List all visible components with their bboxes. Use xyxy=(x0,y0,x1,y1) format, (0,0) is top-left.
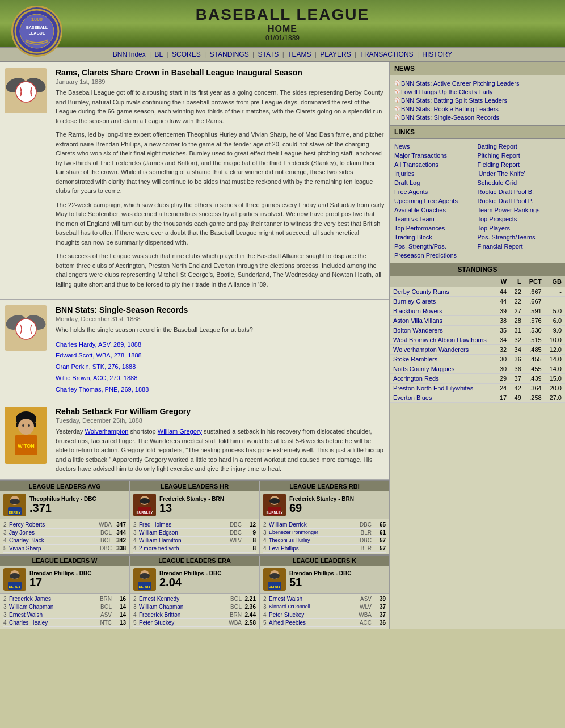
news-item-rookie-batting[interactable]: BNN Stats: Rookie Batting Leaders xyxy=(394,106,560,112)
article-1-date: January 1st, 1889 xyxy=(56,78,385,85)
svg-text:1888: 1888 xyxy=(31,16,43,22)
nav-history[interactable]: HISTORY xyxy=(422,51,452,58)
link-schedule-grid[interactable]: Schedule Grid xyxy=(478,178,561,187)
standings-gb: 10.0 xyxy=(545,335,565,345)
standings-pct: .667 xyxy=(525,287,545,297)
leaders-rbi-stat: 69 xyxy=(289,502,386,514)
link-upcoming-free-agents[interactable]: Upcoming Free Agents xyxy=(394,196,478,205)
svg-point-48 xyxy=(269,573,280,579)
link-available-coaches[interactable]: Available Coaches xyxy=(394,205,478,214)
nav-standings[interactable]: STANDINGS xyxy=(210,51,249,58)
standings-team: Burnley Clarets xyxy=(390,297,496,306)
list-item: 3Jay JonesBOL344 xyxy=(3,529,126,537)
link-team-power-rankings[interactable]: Team Power Rankings xyxy=(478,205,561,214)
link-top-players[interactable]: Top Players xyxy=(478,224,561,233)
standings-pct: .591 xyxy=(525,306,545,316)
leaders-avg-box: LEAGUE LEADERS AVG DERBY Theophilus Hurl… xyxy=(0,481,130,554)
standings-l: 32 xyxy=(510,335,525,345)
leaders-era-top: DERBY Brendan Phillips - DBC 2.04 xyxy=(130,566,259,594)
news-item-single-season[interactable]: BNN Stats: Single-Season Records xyxy=(394,114,560,121)
leaders-w-stat: 17 xyxy=(29,576,126,588)
link-rookie-draft-p[interactable]: Rookie Draft Pool P. xyxy=(478,196,561,205)
nav-players[interactable]: PLAYERS xyxy=(320,51,351,58)
standings-col-l: L xyxy=(510,276,525,287)
nav-teams[interactable]: TEAMS xyxy=(288,51,311,58)
leaders-w-name: Brendan Phillips - DBC xyxy=(29,570,126,576)
link-rookie-draft-b[interactable]: Rookie Draft Pool B. xyxy=(478,187,561,196)
news-item-batting-split[interactable]: BNN Stats: Batting Split Stats Leaders xyxy=(394,97,560,104)
sidebar: NEWS BNN Stats: Active Career Pitching L… xyxy=(389,62,565,629)
standings-w: 34 xyxy=(496,335,511,345)
standings-team: Notts County Magpies xyxy=(390,364,496,374)
leaders-rbi-photo: BURNLEY xyxy=(263,494,286,516)
nav-scores[interactable]: SCORES xyxy=(172,51,201,58)
link-preseason-predictions[interactable]: Preseason Predictions xyxy=(394,251,478,260)
nav-transactions[interactable]: TRANSACTIONS xyxy=(360,51,414,58)
leaders-avg-stat: .371 xyxy=(29,502,126,514)
leaders-era-header: LEAGUE LEADERS ERA xyxy=(130,556,259,566)
list-item: 4Frederick BrittonBRN2.44 xyxy=(133,611,256,619)
leaders-rbi-name: Frederick Stanley - BRN xyxy=(289,496,386,502)
leaders-w-top: DERBY Brendan Phillips - DBC 17 xyxy=(0,566,129,594)
link-top-performances[interactable]: Top Performances xyxy=(394,224,478,233)
link-pos-strength-teams[interactable]: Pos. Strength/Teams xyxy=(478,233,561,242)
news-item-lovell[interactable]: Lovell Hangs Up the Cleats Early xyxy=(394,89,560,95)
link-major-transactions[interactable]: Major Transactions xyxy=(394,151,478,160)
leaders-rbi-list: 2William DerrickDBC65 3Ebenezer Ironmong… xyxy=(260,519,389,554)
standings-pct: .364 xyxy=(525,384,545,393)
list-item: 2Ernest WalshASV39 xyxy=(263,595,386,603)
link-team-vs-team[interactable]: Team vs Team xyxy=(394,214,478,224)
standings-w: 29 xyxy=(496,374,511,384)
leaders-k-photo: DERBY xyxy=(263,568,286,591)
link-fielding-report[interactable]: Fielding Report xyxy=(478,160,561,169)
link-trading-block[interactable]: Trading Block xyxy=(394,233,478,242)
list-item: 5Peter StuckeyWBA2.58 xyxy=(133,619,256,627)
link-batting-report[interactable]: Batting Report xyxy=(478,142,561,151)
standings-l: 22 xyxy=(510,287,525,297)
standings-row: Burnley Clarets 44 22 .667 - xyxy=(390,297,565,306)
link-pitching-report[interactable]: Pitching Report xyxy=(478,151,561,160)
link-financial-report[interactable]: Financial Report xyxy=(478,242,561,251)
list-item: 5Alfred PeeblesACC36 xyxy=(263,619,386,627)
link-under-knife[interactable]: 'Under The Knife' xyxy=(478,169,561,178)
standings-w: 17 xyxy=(496,393,511,403)
news-item-pitching[interactable]: BNN Stats: Active Career Pitching Leader… xyxy=(394,80,560,87)
standings-w: 38 xyxy=(496,316,511,326)
list-item: 3Kinnard O'DonnellWLV37 xyxy=(263,603,386,611)
standings-team: Wolverhampton Wanderers xyxy=(390,345,496,355)
standings-gb: - xyxy=(545,297,565,306)
list-item: 3Ernest WalshASV14 xyxy=(3,611,126,619)
standings-col-w: W xyxy=(496,276,511,287)
list-item: 2Frederick JamesBRN16 xyxy=(3,595,126,603)
standings-row: Everton Blues 17 49 .258 27.0 xyxy=(390,393,565,403)
link-pos-strength-pos[interactable]: Pos. Strength/Pos. xyxy=(394,242,478,251)
standings-row: Bolton Wanderers 35 31 .530 9.0 xyxy=(390,326,565,335)
list-item: 3Ebenezer IronmongerBLR61 xyxy=(263,529,386,537)
nav-bnn-index[interactable]: BNN Index xyxy=(113,51,146,58)
standings-row: Notts County Magpies 30 36 .455 14.0 xyxy=(390,364,565,374)
link-news[interactable]: News xyxy=(394,142,478,151)
nav-bl[interactable]: BL xyxy=(155,51,163,58)
link-draft-log[interactable]: Draft Log xyxy=(394,178,478,187)
svg-point-33 xyxy=(269,498,280,504)
leaders-rbi-header: LEAGUE LEADERS RBI xyxy=(260,481,389,491)
svg-text:LEAGUE: LEAGUE xyxy=(28,31,45,35)
standings-l: 36 xyxy=(510,364,525,374)
svg-point-38 xyxy=(10,573,20,579)
list-item: 4Peter StuckeyWBA37 xyxy=(263,611,386,619)
link-top-prospects[interactable]: Top Prospects xyxy=(478,214,561,224)
standings-team: Derby County Rams xyxy=(390,287,496,297)
link-all-transactions[interactable]: All Transactions xyxy=(394,160,478,169)
nav-stats[interactable]: STATS xyxy=(258,51,279,58)
list-item: 4William HamiltonWLV8 xyxy=(133,537,256,545)
leaders-hr-header: LEAGUE LEADERS HR xyxy=(130,481,259,491)
link-free-agents[interactable]: Free Agents xyxy=(394,187,478,196)
standings-gb: 20.0 xyxy=(545,384,565,393)
standings-w: 35 xyxy=(496,326,511,335)
site-title: BASEBALL LEAGUE xyxy=(0,6,565,24)
standings-l: 31 xyxy=(510,326,525,335)
article-rehab: W'TON Rehab Setback For William Gregory … xyxy=(0,401,389,480)
link-injuries[interactable]: Injuries xyxy=(394,169,478,178)
svg-point-18 xyxy=(28,424,30,427)
article-1-content: Rams, Clarets Share Crown in Baseball Le… xyxy=(56,68,385,293)
